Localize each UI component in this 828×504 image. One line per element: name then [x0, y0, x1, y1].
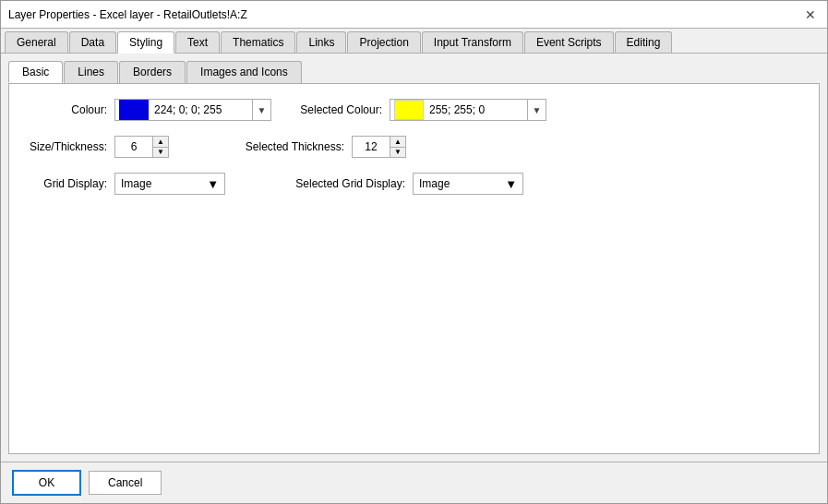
selected-thickness-label: Selected Thickness: [224, 140, 344, 153]
colour-value: 224; 0; 0; 255 [152, 103, 252, 116]
tab-basic[interactable]: Basic [8, 61, 63, 83]
selected-colour-swatch [394, 100, 424, 120]
tab-text[interactable]: Text [175, 31, 220, 53]
selected-colour-dropdown[interactable]: 255; 255; 0 ▼ [390, 99, 546, 121]
selected-thickness-up-button[interactable]: ▲ [390, 137, 405, 147]
tab-lines[interactable]: Lines [64, 61, 118, 83]
titlebar: Layer Properties - Excel layer - RetailO… [1, 1, 827, 29]
selected-thickness-spin-buttons: ▲ ▼ [390, 137, 405, 157]
colour-dropdown[interactable]: 224; 0; 0; 255 ▼ [114, 99, 271, 121]
selected-colour-group: Selected Colour: 255; 255; 0 ▼ [299, 99, 546, 121]
footer: OK Cancel [1, 462, 827, 503]
grid-display-label: Grid Display: [24, 177, 107, 190]
top-tab-bar: General Data Styling Text Thematics Link… [1, 29, 827, 54]
tab-thematics[interactable]: Thematics [221, 31, 295, 53]
tab-images-icons[interactable]: Images and Icons [186, 61, 302, 83]
selected-colour-dropdown-arrow[interactable]: ▼ [527, 100, 546, 120]
selected-thickness-down-button[interactable]: ▼ [390, 147, 405, 157]
colour-row: Colour: 224; 0; 0; 255 ▼ Selected Colour… [24, 99, 804, 121]
selected-grid-display-group: Selected Grid Display: Image ▼ [271, 173, 523, 195]
grid-display-group: Grid Display: Image ▼ [24, 173, 225, 195]
inner-tab-bar: Basic Lines Borders Images and Icons [8, 61, 820, 83]
tab-links[interactable]: Links [296, 31, 346, 53]
colour-label: Colour: [24, 103, 107, 116]
selected-thickness-spinner[interactable]: ▲ ▼ [352, 136, 406, 158]
tab-general[interactable]: General [5, 31, 68, 53]
selected-colour-label: Selected Colour: [299, 103, 382, 116]
tab-borders[interactable]: Borders [119, 61, 186, 83]
colour-swatch [119, 100, 149, 120]
basic-panel: Colour: 224; 0; 0; 255 ▼ Selected Colour… [8, 83, 820, 454]
selected-grid-display-value: Image [419, 177, 450, 190]
grid-display-dropdown[interactable]: Image ▼ [114, 173, 225, 195]
window-title: Layer Properties - Excel layer - RetailO… [8, 8, 247, 21]
size-up-button[interactable]: ▲ [153, 137, 168, 147]
grid-display-row: Grid Display: Image ▼ Selected Grid Disp… [24, 173, 804, 195]
tab-input-transform[interactable]: Input Transform [422, 31, 523, 53]
grid-display-value: Image [121, 177, 151, 190]
selected-thickness-group: Selected Thickness: ▲ ▼ [224, 136, 406, 158]
thickness-row: Size/Thickness: ▲ ▼ Selected Thickness: [24, 136, 804, 158]
size-down-button[interactable]: ▼ [153, 147, 168, 157]
content-area: Basic Lines Borders Images and Icons Col… [1, 54, 827, 462]
selected-colour-value: 255; 255; 0 [427, 103, 527, 116]
ok-button[interactable]: OK [12, 470, 81, 496]
tab-event-scripts[interactable]: Event Scripts [524, 31, 614, 53]
close-button[interactable]: ✕ [801, 6, 820, 24]
colour-dropdown-arrow[interactable]: ▼ [252, 100, 270, 120]
size-input[interactable] [115, 137, 152, 157]
main-window: Layer Properties - Excel layer - RetailO… [0, 0, 828, 504]
size-label: Size/Thickness: [24, 140, 107, 153]
size-group: Size/Thickness: ▲ ▼ [24, 136, 169, 158]
selected-grid-display-label: Selected Grid Display: [271, 177, 405, 190]
tab-projection[interactable]: Projection [347, 31, 420, 53]
selected-grid-display-arrow-icon: ▼ [505, 177, 517, 191]
tab-styling[interactable]: Styling [117, 31, 174, 54]
cancel-button[interactable]: Cancel [89, 471, 162, 495]
colour-group: Colour: 224; 0; 0; 255 ▼ [24, 99, 271, 121]
tab-editing[interactable]: Editing [615, 31, 673, 53]
selected-thickness-input[interactable] [353, 137, 390, 157]
size-spinner[interactable]: ▲ ▼ [114, 136, 169, 158]
grid-display-arrow-icon: ▼ [207, 177, 219, 191]
size-spin-buttons: ▲ ▼ [152, 137, 168, 157]
selected-grid-display-dropdown[interactable]: Image ▼ [413, 173, 523, 195]
tab-data[interactable]: Data [69, 31, 116, 53]
